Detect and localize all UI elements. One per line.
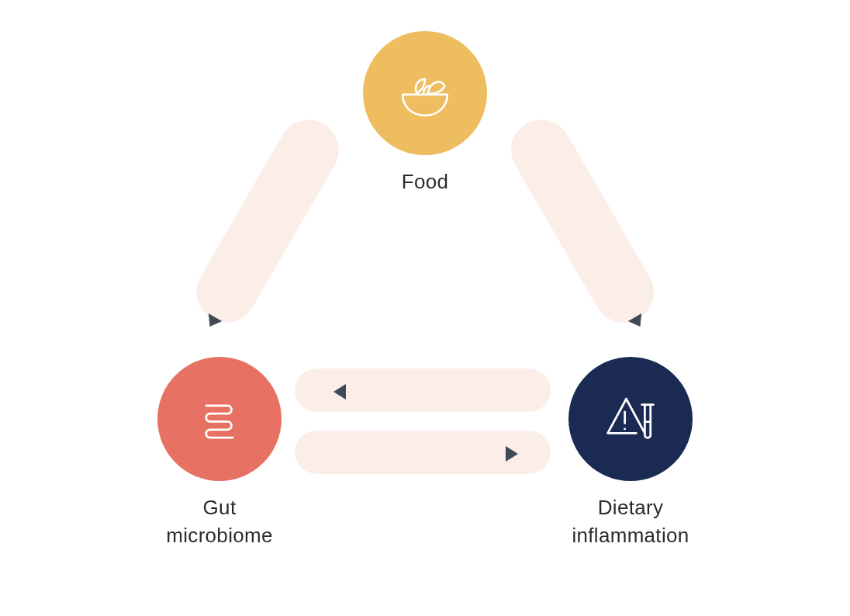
intestine-icon [186,386,253,452]
node-food: Food [363,31,487,196]
food-label: Food [363,168,487,196]
inflammation-label: Dietary inflammation [553,493,708,550]
inflammation-label-line2: inflammation [572,524,689,547]
gut-label-line2: microbiome [166,524,272,547]
gut-circle [157,357,282,481]
node-inflammation: Dietary inflammation [553,357,708,550]
edge-food-to-inflammation [500,109,665,334]
gut-label: Gut microbiome [142,493,297,550]
arrowhead-icon [506,446,518,462]
bowl-icon [390,58,460,128]
node-gut: Gut microbiome [142,357,297,550]
food-circle [363,31,487,155]
inflammation-label-line1: Dietary [598,496,663,519]
inflammation-circle [568,357,693,481]
arrowhead-icon [333,384,346,400]
warning-tube-icon [595,383,666,455]
diagram-stage: Food Gut microbiome [0,0,850,616]
edge-food-to-gut [185,109,351,334]
svg-point-1 [624,427,626,430]
gut-label-line1: Gut [203,496,237,519]
